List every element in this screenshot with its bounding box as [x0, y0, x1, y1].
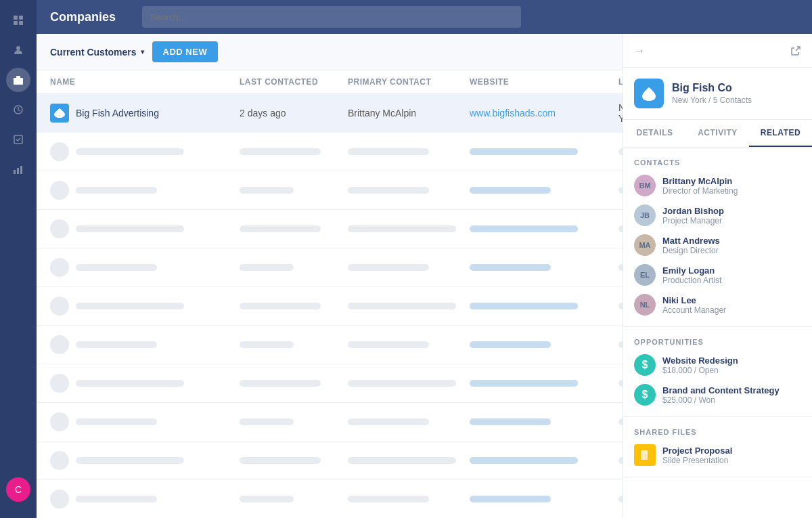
contact-avatar: JB	[634, 204, 656, 226]
tab-details[interactable]: DETAILS	[623, 120, 686, 147]
file-icon	[634, 444, 656, 466]
company-cell: Big Fish Advertising	[50, 104, 240, 123]
sidebar-item-deals[interactable]	[6, 98, 30, 122]
contacts-section-title: CONTACTS	[634, 158, 801, 167]
contact-name: Niki Lee	[662, 295, 726, 305]
last-contacted: 2 days ago	[240, 108, 348, 118]
svg-point-4	[16, 46, 20, 50]
opportunity-item[interactable]: $ Website Redesign $18,000 / Open	[634, 354, 801, 376]
col-name: Name	[50, 77, 240, 87]
opp-details: $18,000 / Open	[662, 366, 738, 375]
table-panel: Current Customers ▾ ADD NEW Name Last Co…	[37, 34, 623, 518]
opp-name: Website Redesign	[662, 355, 738, 366]
right-panel-topbar: →	[623, 34, 812, 68]
table-row[interactable]	[37, 133, 623, 171]
company-name: Big Fish Advertising	[76, 108, 159, 118]
opp-name: Brand and Content Strategy	[662, 385, 780, 395]
table-row[interactable]	[37, 441, 623, 480]
search-input[interactable]	[142, 6, 521, 28]
sidebar-item-companies[interactable]	[6, 68, 30, 92]
filter-button[interactable]: Current Customers ▾	[50, 47, 144, 58]
table-row[interactable]	[37, 364, 623, 403]
add-new-button[interactable]: ADD NEW	[152, 41, 219, 62]
back-button[interactable]: →	[634, 45, 645, 57]
table-row[interactable]	[37, 326, 623, 364]
chevron-down-icon: ▾	[141, 48, 144, 56]
primary-contact: Brittany McAlpin	[348, 108, 470, 118]
files-section-title: SHARED FILES	[634, 428, 801, 436]
table-row[interactable]	[37, 287, 623, 326]
opportunity-icon: $	[634, 354, 656, 376]
table-body: Big Fish Advertising 2 days ago Brittany…	[37, 94, 623, 518]
svg-rect-10	[20, 166, 22, 174]
arrow-right-icon: →	[634, 45, 645, 57]
panel-body: CONTACTS BM Brittany McAlpin Director of…	[623, 148, 812, 518]
col-last-contacted: Last Contacted	[240, 77, 348, 87]
tab-activity[interactable]: ACTIVITY	[686, 120, 749, 147]
table-row[interactable]	[37, 210, 623, 249]
panel-tabs: DETAILS ACTIVITY RELATED	[623, 120, 812, 148]
opp-details: $25,000 / Won	[662, 395, 780, 405]
file-type: Slide Presentation	[662, 456, 732, 465]
contact-name: Emily Logan	[662, 265, 721, 276]
company-logo	[50, 104, 69, 123]
sidebar-item-contacts[interactable]	[6, 38, 30, 62]
opportunities-section-title: OPPORTUNITIES	[634, 338, 801, 346]
contact-role: Design Director	[662, 246, 720, 255]
svg-rect-3	[19, 21, 23, 25]
contacts-section: CONTACTS BM Brittany McAlpin Director of…	[623, 148, 812, 327]
tab-related[interactable]: RELATED	[749, 120, 812, 147]
panel-company-sub: New York / 5 Contacts	[672, 95, 752, 105]
svg-rect-5	[14, 78, 23, 85]
website-link[interactable]: www.bigfishads.com	[470, 108, 618, 118]
table-header: Name Last Contacted Primary Contact Webs…	[37, 70, 623, 94]
app-title: Companies	[50, 10, 131, 24]
contact-name: Jordan Bishop	[662, 206, 724, 216]
external-link-button[interactable]	[790, 45, 801, 56]
panel-company-name: Big Fish Co	[672, 82, 752, 94]
opportunities-section: OPPORTUNITIES $ Website Redesign $18,000…	[623, 327, 812, 417]
opportunity-icon: $	[634, 384, 656, 406]
table-row[interactable]	[37, 249, 623, 287]
sidebar-item-reports[interactable]	[6, 157, 30, 181]
contact-item[interactable]: MA Matt Andrews Design Director	[634, 234, 801, 256]
table-row[interactable]: Big Fish Advertising 2 days ago Brittany…	[37, 94, 623, 133]
svg-rect-8	[14, 170, 16, 174]
svg-rect-11	[641, 450, 648, 460]
table-row[interactable]	[37, 480, 623, 518]
topbar: Companies	[37, 0, 812, 34]
sidebar-user: C	[6, 477, 30, 510]
contact-name: Matt Andrews	[662, 236, 720, 246]
contact-item[interactable]: JB Jordan Bishop Project Manager	[634, 204, 801, 226]
svg-rect-2	[14, 21, 18, 25]
contact-role: Production Artist	[662, 276, 721, 285]
contact-role: Account Manager	[662, 305, 726, 315]
opportunity-item[interactable]: $ Brand and Content Strategy $25,000 / W…	[634, 384, 801, 406]
sidebar-item-tasks[interactable]	[6, 127, 30, 152]
main-content: Companies Current Customers ▾ ADD NEW Na…	[37, 0, 812, 518]
contact-avatar: MA	[634, 234, 656, 256]
contact-item[interactable]: BM Brittany McAlpin Director of Marketin…	[634, 175, 801, 196]
contact-avatar: EL	[634, 264, 656, 286]
file-item[interactable]: Project Proposal Slide Presentation	[634, 444, 801, 466]
panel-header: Big Fish Co New York / 5 Contacts	[623, 68, 812, 120]
contact-role: Project Manager	[662, 216, 724, 225]
files-section: SHARED FILES Project Proposal Slide Pres…	[623, 417, 812, 477]
svg-rect-0	[14, 16, 18, 20]
sidebar: C	[0, 0, 37, 518]
table-row[interactable]	[37, 171, 623, 210]
col-website: Website	[470, 77, 618, 87]
sidebar-item-home[interactable]	[6, 8, 30, 33]
panel-company-logo	[634, 79, 664, 108]
svg-rect-1	[19, 16, 23, 20]
contact-item[interactable]: EL Emily Logan Production Artist	[634, 264, 801, 286]
filter-label: Current Customers	[50, 47, 137, 58]
panel-company-info: Big Fish Co New York / 5 Contacts	[672, 82, 752, 105]
table-row[interactable]	[37, 403, 623, 441]
contact-role: Director of Marketing	[662, 186, 738, 196]
contact-item[interactable]: NL Niki Lee Account Manager	[634, 294, 801, 316]
contact-avatar: BM	[634, 175, 656, 196]
content-area: Current Customers ▾ ADD NEW Name Last Co…	[37, 34, 812, 518]
right-panel: → Big Fish Co New York / 5 Contacts DETA…	[623, 34, 812, 518]
user-avatar[interactable]: C	[6, 477, 30, 502]
